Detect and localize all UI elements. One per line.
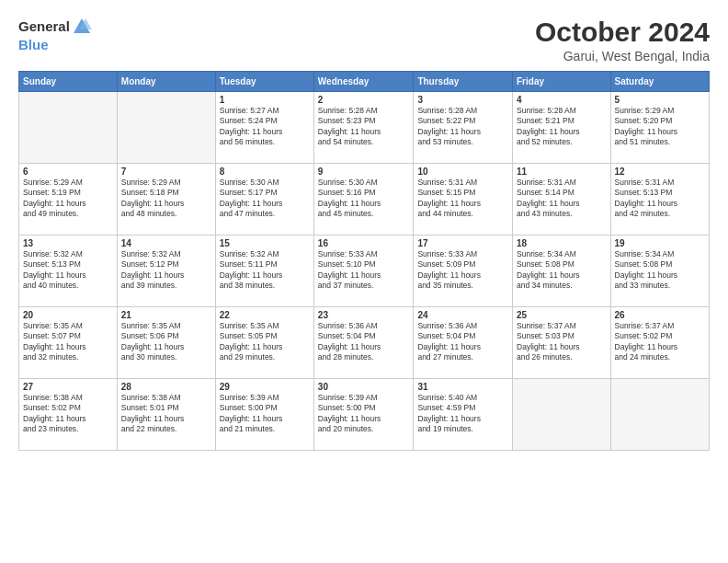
header-thursday: Thursday	[414, 72, 513, 92]
calendar-cell: 9Sunrise: 5:30 AMSunset: 5:16 PMDaylight…	[313, 164, 414, 236]
calendar-cell: 24Sunrise: 5:36 AMSunset: 5:04 PMDayligh…	[414, 307, 513, 379]
day-number: 19	[615, 238, 705, 248]
calendar-cell: 28Sunrise: 5:38 AMSunset: 5:01 PMDayligh…	[117, 379, 215, 451]
day-number: 16	[318, 238, 410, 248]
day-number: 30	[318, 382, 410, 392]
calendar-cell: 14Sunrise: 5:32 AMSunset: 5:12 PMDayligh…	[117, 236, 215, 307]
day-number: 4	[517, 95, 607, 105]
day-number: 18	[517, 238, 607, 248]
day-info: Sunrise: 5:29 AMSunset: 5:20 PMDaylight:…	[615, 106, 705, 148]
day-number: 17	[417, 238, 508, 248]
header-saturday: Saturday	[610, 72, 709, 92]
week-row-0: 1Sunrise: 5:27 AMSunset: 5:24 PMDaylight…	[19, 92, 710, 164]
logo-blue: Blue	[18, 37, 49, 52]
calendar-cell: 19Sunrise: 5:34 AMSunset: 5:08 PMDayligh…	[610, 236, 709, 307]
calendar-cell: 30Sunrise: 5:39 AMSunset: 5:00 PMDayligh…	[313, 379, 414, 451]
calendar-cell: 1Sunrise: 5:27 AMSunset: 5:24 PMDaylight…	[215, 92, 313, 164]
day-info: Sunrise: 5:33 AMSunset: 5:09 PMDaylight:…	[417, 249, 508, 292]
day-number: 7	[121, 167, 211, 177]
calendar-cell: 20Sunrise: 5:35 AMSunset: 5:07 PMDayligh…	[19, 307, 118, 379]
title-section: October 2024 Garui, West Bengal, India	[535, 17, 710, 63]
calendar-cell: 12Sunrise: 5:31 AMSunset: 5:13 PMDayligh…	[610, 164, 709, 236]
day-info: Sunrise: 5:31 AMSunset: 5:15 PMDaylight:…	[417, 178, 508, 220]
calendar-cell: 21Sunrise: 5:35 AMSunset: 5:06 PMDayligh…	[117, 307, 215, 379]
header-monday: Monday	[117, 72, 215, 92]
day-number: 12	[615, 167, 705, 177]
day-number: 14	[121, 238, 211, 248]
calendar-cell: 17Sunrise: 5:33 AMSunset: 5:09 PMDayligh…	[414, 236, 513, 307]
day-info: Sunrise: 5:30 AMSunset: 5:17 PMDaylight:…	[220, 178, 310, 220]
calendar-cell: 25Sunrise: 5:37 AMSunset: 5:03 PMDayligh…	[513, 307, 611, 379]
day-number: 1	[220, 95, 310, 105]
day-number: 11	[517, 167, 607, 177]
day-number: 20	[23, 310, 113, 320]
day-number: 23	[318, 310, 410, 320]
day-info: Sunrise: 5:40 AMSunset: 4:59 PMDaylight:…	[417, 393, 508, 435]
day-info: Sunrise: 5:31 AMSunset: 5:13 PMDaylight:…	[615, 178, 705, 220]
day-info: Sunrise: 5:32 AMSunset: 5:12 PMDaylight:…	[121, 249, 211, 292]
day-info: Sunrise: 5:28 AMSunset: 5:21 PMDaylight:…	[517, 106, 607, 148]
day-number: 15	[220, 238, 310, 248]
calendar-cell: 15Sunrise: 5:32 AMSunset: 5:11 PMDayligh…	[215, 236, 313, 307]
day-info: Sunrise: 5:35 AMSunset: 5:07 PMDaylight:…	[23, 321, 113, 363]
day-number: 8	[220, 167, 310, 177]
day-number: 5	[615, 95, 705, 105]
week-row-2: 13Sunrise: 5:32 AMSunset: 5:13 PMDayligh…	[19, 236, 710, 307]
calendar-cell	[19, 92, 118, 164]
calendar-cell: 23Sunrise: 5:36 AMSunset: 5:04 PMDayligh…	[313, 307, 414, 379]
calendar-cell: 8Sunrise: 5:30 AMSunset: 5:17 PMDaylight…	[215, 164, 313, 236]
month-title: October 2024	[535, 17, 710, 47]
day-number: 22	[220, 310, 310, 320]
calendar-cell: 6Sunrise: 5:29 AMSunset: 5:19 PMDaylight…	[19, 164, 118, 236]
day-number: 28	[121, 382, 211, 392]
calendar-cell: 10Sunrise: 5:31 AMSunset: 5:15 PMDayligh…	[414, 164, 513, 236]
header-row: Sunday Monday Tuesday Wednesday Thursday…	[19, 72, 710, 92]
calendar-cell: 18Sunrise: 5:34 AMSunset: 5:08 PMDayligh…	[513, 236, 611, 307]
day-info: Sunrise: 5:34 AMSunset: 5:08 PMDaylight:…	[615, 249, 705, 292]
calendar-cell: 4Sunrise: 5:28 AMSunset: 5:21 PMDaylight…	[513, 92, 611, 164]
week-row-3: 20Sunrise: 5:35 AMSunset: 5:07 PMDayligh…	[19, 307, 710, 379]
day-info: Sunrise: 5:39 AMSunset: 5:00 PMDaylight:…	[318, 393, 410, 435]
calendar-cell	[610, 379, 709, 451]
calendar-cell: 26Sunrise: 5:37 AMSunset: 5:02 PMDayligh…	[610, 307, 709, 379]
calendar-cell: 31Sunrise: 5:40 AMSunset: 4:59 PMDayligh…	[414, 379, 513, 451]
header-wednesday: Wednesday	[313, 72, 414, 92]
day-number: 24	[417, 310, 508, 320]
calendar-cell: 11Sunrise: 5:31 AMSunset: 5:14 PMDayligh…	[513, 164, 611, 236]
logo-icon	[72, 17, 92, 37]
day-info: Sunrise: 5:36 AMSunset: 5:04 PMDaylight:…	[417, 321, 508, 363]
day-number: 29	[220, 382, 310, 392]
calendar-cell: 22Sunrise: 5:35 AMSunset: 5:05 PMDayligh…	[215, 307, 313, 379]
day-info: Sunrise: 5:30 AMSunset: 5:16 PMDaylight:…	[318, 178, 410, 220]
calendar-cell: 29Sunrise: 5:39 AMSunset: 5:00 PMDayligh…	[215, 379, 313, 451]
page: General Blue October 2024 Garui, West Be…	[0, 0, 728, 563]
day-number: 9	[318, 167, 410, 177]
day-info: Sunrise: 5:32 AMSunset: 5:11 PMDaylight:…	[220, 249, 310, 292]
day-info: Sunrise: 5:27 AMSunset: 5:24 PMDaylight:…	[220, 106, 310, 148]
day-info: Sunrise: 5:37 AMSunset: 5:02 PMDaylight:…	[615, 321, 705, 363]
header: General Blue October 2024 Garui, West Be…	[18, 17, 710, 63]
day-number: 21	[121, 310, 211, 320]
day-info: Sunrise: 5:38 AMSunset: 5:01 PMDaylight:…	[121, 393, 211, 435]
header-tuesday: Tuesday	[215, 72, 313, 92]
logo-general: General	[18, 19, 70, 35]
day-info: Sunrise: 5:38 AMSunset: 5:02 PMDaylight:…	[23, 393, 113, 435]
day-number: 26	[615, 310, 705, 320]
day-info: Sunrise: 5:36 AMSunset: 5:04 PMDaylight:…	[318, 321, 410, 363]
day-info: Sunrise: 5:32 AMSunset: 5:13 PMDaylight:…	[23, 249, 113, 292]
day-number: 31	[417, 382, 508, 392]
header-sunday: Sunday	[19, 72, 118, 92]
day-number: 13	[23, 238, 113, 248]
calendar-cell: 13Sunrise: 5:32 AMSunset: 5:13 PMDayligh…	[19, 236, 118, 307]
calendar-cell: 2Sunrise: 5:28 AMSunset: 5:23 PMDaylight…	[313, 92, 414, 164]
header-friday: Friday	[513, 72, 611, 92]
calendar-cell	[117, 92, 215, 164]
day-info: Sunrise: 5:28 AMSunset: 5:22 PMDaylight:…	[417, 106, 508, 148]
calendar-cell: 16Sunrise: 5:33 AMSunset: 5:10 PMDayligh…	[313, 236, 414, 307]
week-row-1: 6Sunrise: 5:29 AMSunset: 5:19 PMDaylight…	[19, 164, 710, 236]
day-info: Sunrise: 5:37 AMSunset: 5:03 PMDaylight:…	[517, 321, 607, 363]
day-info: Sunrise: 5:34 AMSunset: 5:08 PMDaylight:…	[517, 249, 607, 292]
logo: General Blue	[18, 17, 92, 53]
day-number: 25	[517, 310, 607, 320]
day-info: Sunrise: 5:35 AMSunset: 5:05 PMDaylight:…	[220, 321, 310, 363]
